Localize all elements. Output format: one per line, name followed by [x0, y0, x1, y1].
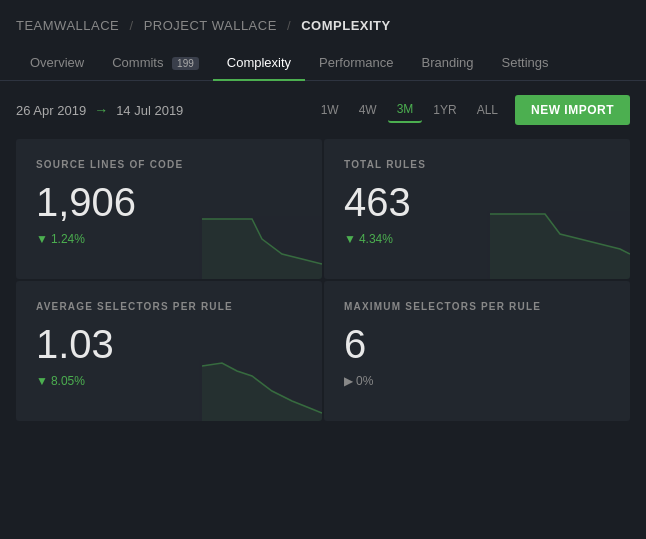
breadcrumb-sep1: / [129, 18, 133, 33]
filter-4w[interactable]: 4W [350, 98, 386, 122]
filter-all[interactable]: ALL [468, 98, 507, 122]
card-max-selectors-value: 6 [344, 322, 610, 366]
tab-performance[interactable]: Performance [305, 45, 407, 80]
card-source-lines: SOURCE LINES OF CODE 1,906 ▼ 1.24% [16, 139, 322, 279]
new-import-button[interactable]: NEW IMPORT [515, 95, 630, 125]
nav-tabs: Overview Commits 199 Complexity Performa… [0, 45, 646, 81]
date-end: 14 Jul 2019 [116, 103, 183, 118]
card-source-lines-label: SOURCE LINES OF CODE [36, 159, 302, 170]
svg-marker-2 [202, 363, 322, 421]
card-max-selectors-change: ▶ 0% [344, 374, 610, 388]
down-arrow-icon: ▼ [344, 232, 356, 246]
breadcrumb: TEAMWALLACE / PROJECT WALLACE / COMPLEXI… [0, 0, 646, 45]
tab-commits[interactable]: Commits 199 [98, 45, 213, 80]
svg-marker-1 [490, 214, 630, 279]
card-avg-selectors-label: AVERAGE SELECTORS PER RULE [36, 301, 302, 312]
commits-badge: 199 [172, 57, 199, 70]
down-arrow-icon: ▼ [36, 232, 48, 246]
total-rules-chart [490, 199, 630, 279]
card-total-rules: TOTAL RULES 463 ▼ 4.34% [324, 139, 630, 279]
date-start: 26 Apr 2019 [16, 103, 86, 118]
tab-overview[interactable]: Overview [16, 45, 98, 80]
breadcrumb-sep2: / [287, 18, 291, 33]
filter-3m[interactable]: 3M [388, 97, 423, 123]
source-lines-chart [202, 199, 322, 279]
time-filters: 1W 4W 3M 1YR ALL [312, 97, 507, 123]
tab-settings[interactable]: Settings [488, 45, 563, 80]
filter-1w[interactable]: 1W [312, 98, 348, 122]
svg-marker-0 [202, 219, 322, 279]
filter-1yr[interactable]: 1YR [424, 98, 465, 122]
breadcrumb-page: COMPLEXITY [301, 18, 391, 33]
down-arrow-icon: ▼ [36, 374, 48, 388]
card-avg-selectors: AVERAGE SELECTORS PER RULE 1.03 ▼ 8.05% [16, 281, 322, 421]
card-max-selectors: MAXIMUM SELECTORS PER RULE 6 ▶ 0% [324, 281, 630, 421]
breadcrumb-project: PROJECT WALLACE [144, 18, 277, 33]
tab-branding[interactable]: Branding [408, 45, 488, 80]
date-arrow-icon: → [94, 102, 108, 118]
card-max-selectors-label: MAXIMUM SELECTORS PER RULE [344, 301, 610, 312]
avg-selectors-chart [202, 341, 322, 421]
tab-complexity[interactable]: Complexity [213, 45, 305, 80]
cards-grid: SOURCE LINES OF CODE 1,906 ▼ 1.24% TOTAL… [0, 139, 646, 437]
breadcrumb-team: TEAMWALLACE [16, 18, 119, 33]
date-range: 26 Apr 2019 → 14 Jul 2019 [16, 102, 183, 118]
neutral-arrow-icon: ▶ [344, 374, 353, 388]
card-total-rules-label: TOTAL RULES [344, 159, 610, 170]
toolbar: 26 Apr 2019 → 14 Jul 2019 1W 4W 3M 1YR A… [0, 81, 646, 139]
